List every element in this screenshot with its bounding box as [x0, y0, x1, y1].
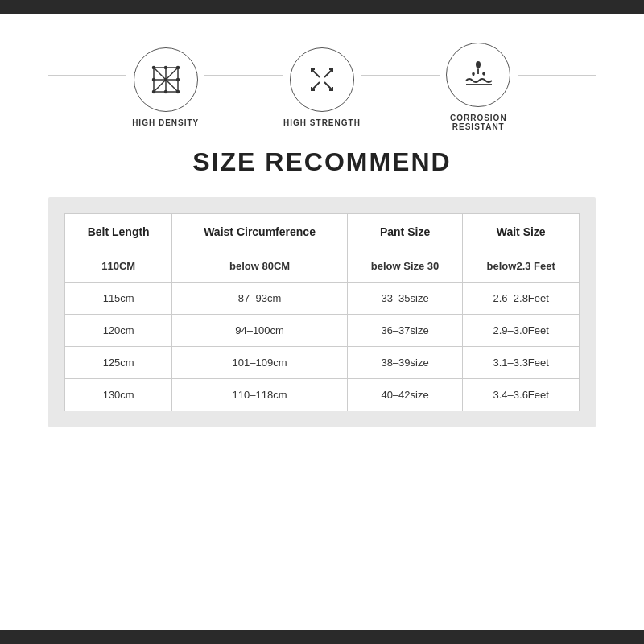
table-cell: 2.6–2.8Feet — [463, 283, 580, 315]
table-cell: 130cm — [65, 379, 172, 411]
svg-point-16 — [176, 90, 179, 93]
table-cell: 33–35size — [347, 283, 463, 315]
feature-high-strength: HIGH STRENGTH — [283, 47, 361, 127]
header-wait-size: Wait Size — [463, 214, 580, 250]
corrosion-resistant-label: CORROSION RESISTANT — [440, 114, 518, 131]
svg-line-17 — [312, 69, 320, 77]
bottom-bar — [0, 630, 644, 644]
svg-point-9 — [164, 66, 167, 68]
svg-point-15 — [164, 90, 167, 93]
corrosion-resistant-icon — [460, 56, 497, 93]
table-row: 110CMbelow 80CMbelow Size 30below2.3 Fee… — [65, 250, 580, 283]
table-cell: 3.1–3.3Feet — [463, 347, 580, 379]
svg-point-11 — [152, 78, 155, 80]
table-cell: 110CM — [65, 250, 172, 283]
table-cell: 36–37size — [347, 315, 463, 347]
table-cell: below2.3 Feet — [463, 250, 580, 283]
table-cell: below Size 30 — [347, 250, 463, 283]
table-cell: 3.4–3.6Feet — [463, 379, 580, 411]
feature-high-density: HIGH DENSITY — [126, 47, 204, 127]
svg-line-19 — [312, 82, 320, 90]
svg-point-8 — [152, 66, 155, 68]
table-cell: 38–39size — [347, 347, 463, 379]
table-cell: 101–109cm — [172, 347, 347, 379]
table-cell: 125cm — [65, 347, 172, 379]
table-cell: 40–42size — [347, 379, 463, 411]
high-strength-circle — [290, 47, 354, 112]
table-header-row: Belt Length Waist Circumference Pant Siz… — [65, 214, 580, 250]
table-cell: 115cm — [65, 283, 172, 315]
table-row: 115cm87–93cm33–35size2.6–2.8Feet — [65, 283, 580, 315]
corrosion-resistant-circle — [446, 43, 510, 107]
mid-divider-2 — [361, 75, 440, 76]
table-cell: 87–93cm — [172, 283, 347, 315]
table-section: Belt Length Waist Circumference Pant Siz… — [48, 197, 596, 427]
table-cell: 110–118cm — [172, 379, 347, 411]
main-content: HIGH DENSITY — [0, 14, 644, 427]
high-strength-icon — [303, 61, 341, 98]
svg-point-14 — [152, 90, 155, 93]
table-row: 120cm94–100cm36–37size2.9–3.0Feet — [65, 315, 580, 347]
svg-point-13 — [176, 78, 179, 80]
table-cell: below 80CM — [172, 250, 347, 283]
table-row: 130cm110–118cm40–42size3.4–3.6Feet — [65, 379, 580, 411]
header-belt-length: Belt Length — [65, 214, 172, 250]
header-waist-circumference: Waist Circumference — [172, 214, 347, 250]
left-divider — [48, 75, 126, 76]
table-cell: 94–100cm — [172, 315, 347, 347]
feature-corrosion-resistant: CORROSION RESISTANT — [440, 43, 518, 131]
high-density-icon — [147, 61, 184, 98]
table-cell: 120cm — [65, 315, 172, 347]
svg-point-12 — [164, 78, 167, 80]
size-title: SIZE RECOMMEND — [48, 147, 596, 177]
mid-divider-1 — [204, 75, 283, 76]
svg-line-18 — [324, 69, 332, 77]
right-divider — [518, 75, 596, 76]
features-section: HIGH DENSITY — [48, 43, 596, 131]
high-density-circle — [134, 47, 198, 112]
size-table: Belt Length Waist Circumference Pant Siz… — [64, 213, 580, 411]
high-density-label: HIGH DENSITY — [132, 118, 199, 127]
table-row: 125cm101–109cm38–39size3.1–3.3Feet — [65, 347, 580, 379]
top-bar — [0, 0, 644, 14]
high-strength-label: HIGH STRENGTH — [283, 118, 361, 127]
table-cell: 2.9–3.0Feet — [463, 315, 580, 347]
svg-point-10 — [176, 66, 179, 68]
svg-line-20 — [324, 82, 332, 90]
header-pant-size: Pant Size — [347, 214, 463, 250]
